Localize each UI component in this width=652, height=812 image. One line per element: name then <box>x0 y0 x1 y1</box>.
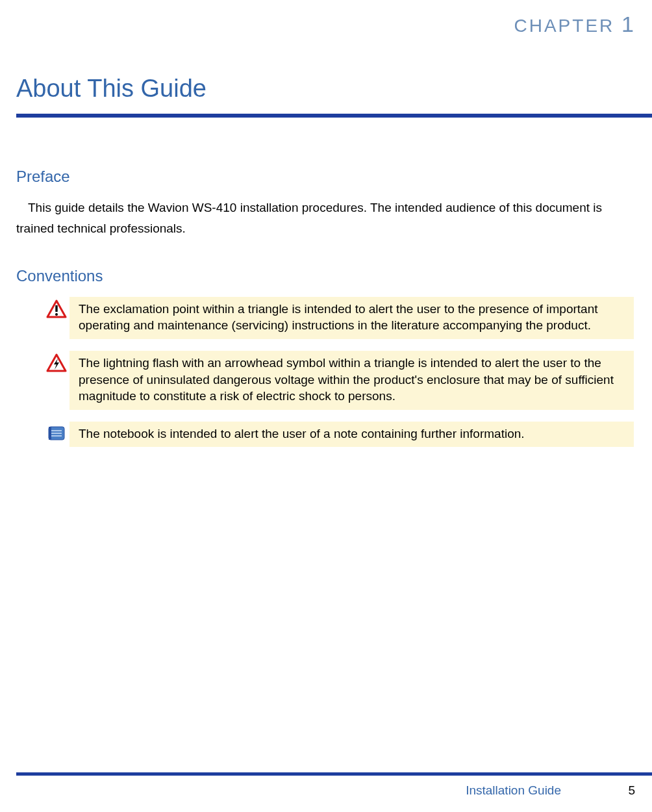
page-number: 5 <box>628 783 635 798</box>
conventions-heading: Conventions <box>16 267 634 285</box>
notice-text: The exclamation point within a triangle … <box>69 297 634 339</box>
preface-heading: Preface <box>16 168 634 186</box>
notice-text: The lightning flash with an arrowhead sy… <box>69 351 634 410</box>
exclamation-triangle-icon <box>44 297 69 319</box>
svg-point-2 <box>55 313 58 316</box>
chapter-number: 1 <box>621 12 634 36</box>
notice-text: The notebook is intended to alert the us… <box>69 422 634 448</box>
chapter-text: CHAPTER <box>514 16 615 36</box>
notice-row: The lightning flash with an arrowhead sy… <box>44 351 634 410</box>
page-title: About This Guide <box>16 75 207 103</box>
content-area: Preface This guide details the Wavion WS… <box>16 143 634 459</box>
notice-row: The notebook is intended to alert the us… <box>44 422 634 448</box>
chapter-label: CHAPTER 1 <box>514 12 634 37</box>
notice-row: The exclamation point within a triangle … <box>44 297 634 339</box>
lightning-triangle-icon <box>44 351 69 373</box>
footer-rule <box>16 772 652 776</box>
notebook-icon <box>44 422 69 442</box>
preface-body: This guide details the Wavion WS-410 ins… <box>16 197 634 240</box>
title-rule <box>16 114 652 118</box>
footer-title: Installation Guide <box>466 783 561 798</box>
svg-rect-1 <box>55 305 57 312</box>
svg-marker-4 <box>54 359 59 370</box>
svg-rect-9 <box>49 427 51 440</box>
